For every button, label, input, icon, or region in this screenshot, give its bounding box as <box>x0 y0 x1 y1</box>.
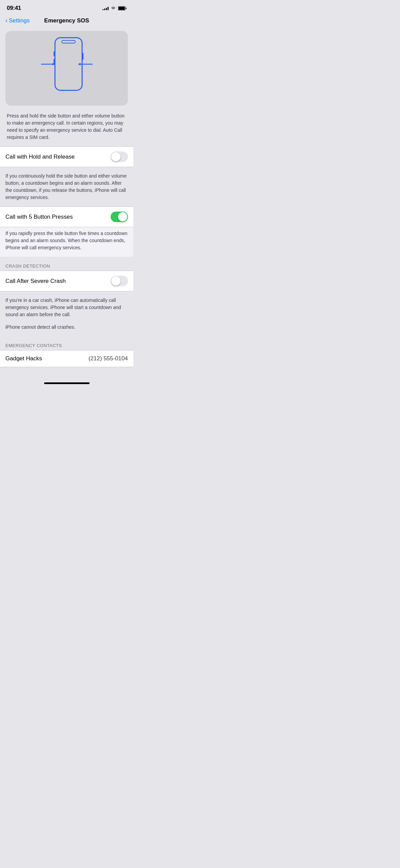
call-after-crash-label: Call After Severe Crash <box>5 278 66 285</box>
home-bar <box>44 382 90 384</box>
call-5-presses-row[interactable]: Call with 5 Button Presses <box>0 206 133 227</box>
emergency-contacts-group: Gadget Hacks (212) 555-0104 <box>0 350 133 367</box>
call-hold-label: Call with Hold and Release <box>5 153 75 160</box>
status-time: 09:41 <box>7 5 21 12</box>
svg-rect-5 <box>54 51 55 56</box>
back-button[interactable]: ‹ Settings <box>5 17 30 24</box>
call-5-presses-section: Call with 5 Button Presses <box>0 206 133 227</box>
call-5-presses-description: If you rapidly press the side button fiv… <box>0 227 133 257</box>
back-label: Settings <box>9 17 30 24</box>
svg-rect-3 <box>62 40 75 43</box>
signal-icon <box>102 6 109 10</box>
call-hold-description: If you continuously hold the side button… <box>0 170 133 206</box>
page-title: Emergency SOS <box>44 17 89 24</box>
contact-name: Gadget Hacks <box>5 355 42 362</box>
toggle-thumb-on <box>118 212 127 221</box>
svg-rect-1 <box>118 7 125 10</box>
contact-phone: (212) 555-0104 <box>89 355 128 362</box>
call-after-crash-description: If you're in a car crash, iPhone can aut… <box>0 294 133 324</box>
call-5-presses-label: Call with 5 Button Presses <box>5 214 73 220</box>
call-hold-toggle[interactable] <box>111 151 128 162</box>
nav-bar: ‹ Settings Emergency SOS <box>0 14 133 28</box>
call-5-presses-toggle[interactable] <box>111 212 128 222</box>
crash-note: iPhone cannot detect all crashes. <box>0 324 133 336</box>
toggle-thumb <box>111 152 120 161</box>
crash-detection-header: CRASH DETECTION <box>0 257 133 271</box>
toggle-thumb-crash <box>111 276 120 286</box>
emergency-contacts-header: EMERGENCY CONTACTS <box>0 336 133 350</box>
status-bar: 09:41 <box>0 0 133 14</box>
contact-row[interactable]: Gadget Hacks (212) 555-0104 <box>0 350 133 367</box>
wifi-icon <box>111 6 116 10</box>
status-icons <box>102 6 127 11</box>
svg-rect-6 <box>54 59 55 64</box>
call-hold-group: Call with Hold and Release <box>0 146 133 167</box>
call-after-crash-toggle[interactable] <box>111 276 128 286</box>
call-after-crash-row[interactable]: Call After Severe Crash <box>0 271 133 291</box>
call-hold-row[interactable]: Call with Hold and Release <box>0 146 133 167</box>
illustration-description: Press and hold the side button and eithe… <box>0 108 133 146</box>
illustration-card <box>5 31 128 106</box>
crash-detection-group: Call After Severe Crash <box>0 271 133 291</box>
svg-marker-10 <box>78 63 80 66</box>
home-indicator <box>0 374 133 387</box>
phone-svg <box>40 34 94 102</box>
chevron-left-icon: ‹ <box>5 17 7 24</box>
svg-rect-2 <box>55 38 82 90</box>
battery-icon <box>118 6 127 11</box>
phone-illustration <box>40 34 94 102</box>
svg-rect-4 <box>82 53 83 60</box>
